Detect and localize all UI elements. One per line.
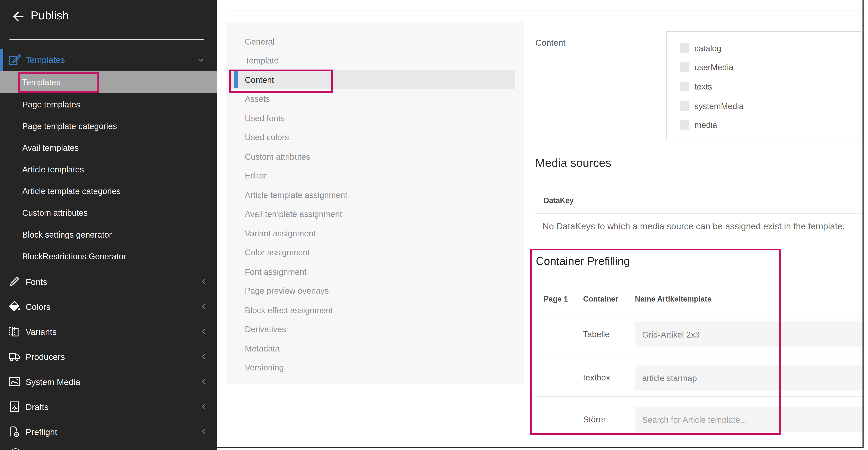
sidebar-item-label: System Media [26,369,80,394]
tab-font-assignment[interactable]: Font assignment [226,262,524,281]
truck-icon [8,350,21,363]
checkbox-label: texts [694,82,712,91]
sidebar-item-avail-templates[interactable]: Avail templates [0,137,217,158]
app-window: Publish Templates Templates Page templat… [0,0,868,450]
sidebar-item-fonts[interactable]: Fonts [0,269,217,294]
tab-content[interactable]: Content [229,70,515,89]
tab-article-template-assignment[interactable]: Article template assignment [226,185,524,204]
tab-custom-attributes[interactable]: Custom attributes [226,147,524,166]
checkbox-catalog[interactable] [680,43,689,53]
sidebar-item-label: Templates [22,71,60,93]
divider [535,396,863,397]
tab-general[interactable]: General [226,32,524,51]
sidebar-item-variants[interactable]: Variants [0,319,217,344]
content-field-label: Content [535,38,565,48]
sidebar-item-label: Preflight [26,419,57,444]
chevron-left-icon[interactable] [199,377,208,386]
checkbox-row: systemMedia [666,96,861,116]
tab-color-assignment[interactable]: Color assignment [226,243,524,262]
back-arrow-icon[interactable] [11,9,25,24]
sidebar-item-page-templates[interactable]: Page templates [0,93,217,115]
window-bottom-border [217,447,863,449]
sidebar-group-label: Templates [26,49,65,71]
column-header-container: Container [583,295,618,303]
sidebar-item-page-template-categories[interactable]: Page template categories [0,115,217,137]
container-prefilling-title: Container Prefilling [536,255,630,267]
divider [535,213,863,214]
container-row-label: Störer [583,414,606,424]
tab-metadata[interactable]: Metadata [226,339,524,358]
tab-versioning[interactable]: Versioning [226,358,524,377]
sidebar-item-preflight[interactable]: Preflight [0,419,217,444]
checkbox-label: catalog [694,43,721,53]
sidebar-item-producers[interactable]: Producers [0,344,217,369]
divider [535,176,863,176]
checkbox-media[interactable] [680,120,689,130]
sidebar-item-article-templates[interactable]: Article templates [0,158,217,180]
chevron-left-icon[interactable] [199,302,208,311]
tab-editor[interactable]: Editor [226,166,524,185]
sidebar-item-templates[interactable]: Templates [0,71,217,93]
template-pen-icon [7,53,22,67]
sidebar-item-article-template-categories[interactable]: Article template categories [0,180,217,201]
sidebar-item-label: Fonts [26,269,47,294]
document-check-icon [8,425,21,438]
tab-used-colors[interactable]: Used colors [226,127,524,147]
tab-avail-template-assignment[interactable]: Avail template assignment [226,204,524,223]
container-row-label: textbox [583,373,610,382]
sidebar-subitem-list: Page templates Page template categories … [0,93,217,266]
sidebar-item-label: Producers [26,344,65,369]
checkbox-label: userMedia [694,62,734,72]
sidebar-item-templates-group[interactable]: Templates [0,49,217,71]
settings-nav-list: General Template Content Assets Used fon… [226,22,524,377]
tab-page-preview-overlays[interactable]: Page preview overlays [226,281,524,300]
datakey-column-header: DataKey [544,196,574,205]
checkbox-row: texts [666,77,861,96]
pdf-icon [8,400,21,413]
checkbox-texts[interactable] [680,82,689,91]
chevron-left-icon[interactable] [199,427,208,436]
image-icon [8,375,21,388]
sidebar-divider [9,39,204,40]
divider [535,274,863,274]
tab-template[interactable]: Template [226,51,524,70]
article-template-search-input[interactable] [635,407,862,432]
divider [535,353,863,353]
column-header-page: Page 1 [544,295,568,303]
chevron-left-icon[interactable] [199,277,208,286]
checkbox-row: userMedia [666,58,861,77]
chevron-down-icon[interactable] [196,55,206,65]
tab-variant-assignment[interactable]: Variant assignment [226,223,524,243]
sidebar-item-custom-attributes[interactable]: Custom attributes [0,201,217,223]
checkbox-systemmedia[interactable] [680,101,689,110]
media-sources-title: Media sources [535,156,611,170]
checkbox-usermedia[interactable] [680,62,689,72]
checkbox-label: media [694,120,717,130]
active-indicator-bar [0,49,3,71]
page-title: Publish [31,9,69,22]
sidebar-item-system-media[interactable]: System Media [0,369,217,394]
sidebar: Publish Templates Templates Page templat… [0,0,217,450]
container-row-label: Tabelle [583,329,610,339]
sidebar-item-blockrestrictions-generator[interactable]: BlockRestrictions Generator [0,245,217,267]
column-header-name-artikeltemplate: Name Artikeltemplate [635,295,711,303]
tab-derivatives[interactable]: Derivatives [226,319,524,339]
chevron-left-icon[interactable] [199,352,208,361]
tab-assets[interactable]: Assets [226,89,524,108]
sidebar-item-block-settings-generator[interactable]: Block settings generator [0,223,217,245]
article-template-input-tabelle[interactable] [635,322,862,347]
tab-used-fonts[interactable]: Used fonts [226,108,524,127]
checkbox-row: catalog [666,38,861,58]
sidebar-item-drafts[interactable]: Drafts [0,394,217,419]
tab-block-effect-assignment[interactable]: Block effect assignment [226,300,524,319]
divider [535,313,863,313]
checkbox-label: systemMedia [694,101,744,110]
chevron-left-icon[interactable] [199,402,208,411]
header-divider [226,11,863,11]
sidebar-item-colors[interactable]: Colors [0,294,217,319]
paint-bucket-icon [8,300,21,313]
settings-nav-panel: General Template Content Assets Used fon… [226,22,524,384]
chevron-left-icon[interactable] [199,327,208,336]
article-template-input-textbox[interactable] [635,365,862,390]
pencil-icon [8,275,21,288]
